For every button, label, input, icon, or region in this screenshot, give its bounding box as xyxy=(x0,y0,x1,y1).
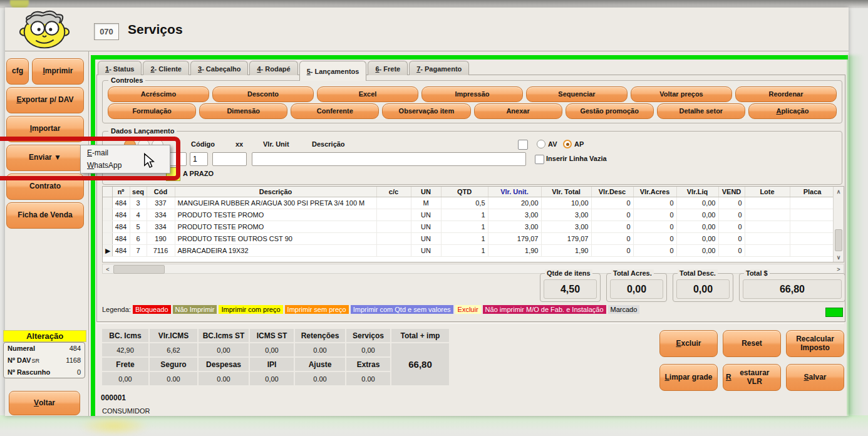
exportar-dav-button[interactable]: Exportar p/ DAV xyxy=(6,87,84,113)
tax-header: BC.Icms ST xyxy=(199,329,249,342)
alteracao-row: Nº Rascunho0 xyxy=(8,368,81,376)
tax-header: Serviços xyxy=(346,329,390,342)
tax-value: 0.00 xyxy=(150,372,197,385)
imprimir-button[interactable]: Imprimir xyxy=(32,58,84,85)
alteracao-row-label: Numeral xyxy=(8,345,35,352)
tax-total-header: Total + imp xyxy=(391,329,449,342)
green-frame-top xyxy=(91,55,848,60)
tax-value: 0,00 xyxy=(102,372,148,385)
reset-button[interactable]: Reset xyxy=(723,330,781,357)
tax-value: 0.00 xyxy=(295,372,345,385)
screen-code-box: 070 xyxy=(94,23,119,40)
alteracao-row: Nº DAVSR1168 xyxy=(8,356,81,364)
green-frame-right-glow xyxy=(847,55,864,416)
tax-value: 0,00 xyxy=(346,343,390,356)
cfg-button[interactable]: cfg xyxy=(6,58,29,85)
tax-value: 0,00 xyxy=(250,343,294,356)
tab-frete[interactable]: 6 - Frete xyxy=(368,61,408,75)
tab-cabecalho[interactable]: 3 - Cabeçalho xyxy=(190,61,248,75)
excluir-button[interactable]: Excluir xyxy=(659,330,718,357)
ficha-de-venda-button[interactable]: Ficha de Venda xyxy=(6,202,84,229)
alteracao-title: Alteração xyxy=(3,330,86,342)
alteracao-row: Numeral484 xyxy=(8,345,81,352)
tax-value: 0,00 xyxy=(199,343,249,356)
tax-total-value: 66,80 xyxy=(391,343,449,385)
tax-header: Vlr.ICMS xyxy=(150,329,197,342)
tax-value: 0.00 xyxy=(295,343,345,356)
tab-status[interactable]: 1 - Status xyxy=(98,61,142,75)
recalcular-imposto-button[interactable]: Recalcular Imposto xyxy=(786,330,844,357)
action-buttons: ExcluirResetRecalcular ImpostoLimpar gra… xyxy=(659,330,844,391)
tax-summary-table: BC. IcmsVlr.ICMSBC.Icms STICMS STRetençõ… xyxy=(102,329,449,385)
tab-lancamentos[interactable]: 5 - Lançamentos xyxy=(299,61,367,81)
tab-rodape[interactable]: 4 - Rodapé xyxy=(249,61,297,75)
mouse-cursor xyxy=(143,153,155,172)
tab-page-border xyxy=(96,75,845,322)
green-frame-left xyxy=(91,55,95,416)
tax-header: BC. Icms xyxy=(102,329,148,342)
customer-name: CONSUMIDOR xyxy=(102,407,150,415)
tax-header: ICMS ST xyxy=(250,329,294,342)
tab-bar: 1 - Status2 - Cliente3 - Cabeçalho4 - Ro… xyxy=(98,61,469,75)
tax-value: 0.00 xyxy=(199,372,249,385)
voltar-button[interactable]: Voltar xyxy=(9,391,80,415)
tax-header: Despesas xyxy=(199,358,249,371)
alteracao-row-label: Nº Rascunho xyxy=(8,368,50,376)
alteracao-row-value: 484 xyxy=(70,345,81,352)
tab-pagamento[interactable]: 7 - Pagamento xyxy=(409,61,469,75)
tab-cliente[interactable]: 2 - Cliente xyxy=(143,61,189,75)
tax-value: 0,00 xyxy=(250,372,294,385)
tax-header: Retenções xyxy=(295,329,345,342)
alteracao-row-sub: SR xyxy=(31,358,39,364)
page-title: Serviços xyxy=(128,22,183,37)
tax-header: Seguro xyxy=(150,358,197,371)
tax-header: Extras xyxy=(346,358,390,371)
alteracao-panel: Numeral484Nº DAVSR1168Nº Rascunho0 xyxy=(3,342,85,378)
sidebar-divider xyxy=(88,51,89,416)
desktop-blob-bottom-left xyxy=(79,416,149,436)
restaurar-vlr-button[interactable]: Restaurar VLR xyxy=(723,364,781,391)
tax-header: Ajuste xyxy=(295,358,345,371)
salvar-button[interactable]: Salvar xyxy=(786,364,844,391)
tax-value: 42,90 xyxy=(102,343,148,356)
tax-value: 0.00 xyxy=(346,372,390,385)
tax-header: IPI xyxy=(250,358,294,371)
tax-value: 6,62 xyxy=(150,343,197,356)
alteracao-row-label: Nº DAV xyxy=(8,356,31,364)
tax-header: Frete xyxy=(102,358,148,371)
alteracao-row-value: 0 xyxy=(77,368,81,376)
limpar-grade-button[interactable]: Limpar grade xyxy=(659,364,718,391)
alteracao-row-value: 1168 xyxy=(66,356,81,364)
mascot-logo-icon xyxy=(15,9,74,52)
document-number: 000001 xyxy=(101,393,126,402)
